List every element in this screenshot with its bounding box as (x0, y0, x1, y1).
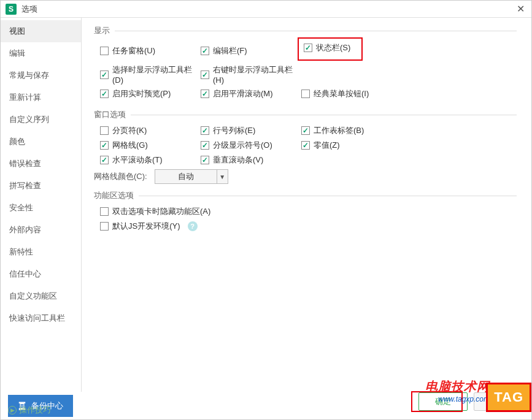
checkbox-item[interactable]: 选择时显示浮动工具栏(D) (100, 64, 201, 85)
checkbox-item[interactable]: 右键时显示浮动工具栏(H) (201, 64, 301, 85)
cancel-button[interactable]: 取消 (474, 392, 523, 411)
checkbox-item[interactable]: 网格线(G) (100, 140, 148, 151)
checkbox-item[interactable]: 经典菜单按钮(I) (301, 88, 369, 99)
body: 视图编辑常规与保存重新计算自定义序列颜色错误检查拼写检查安全性外部内容新特性信任… (1, 18, 531, 392)
titlebar: S 选项 ✕ (1, 1, 531, 18)
option-row: 网格线(G)分级显示符号(O)零值(Z) (94, 140, 517, 151)
sidebar-item[interactable]: 自定义功能区 (1, 285, 81, 307)
option-cell: 双击选项卡时隐藏功能区(A) (100, 206, 517, 217)
checkbox-item[interactable]: 分级显示符号(O) (201, 140, 272, 151)
option-cell: 分页符(K) (100, 125, 201, 136)
checkbox-item[interactable]: 行号列标(E) (201, 125, 255, 136)
checkbox-icon (301, 90, 310, 98)
option-cell: 任务窗格(U) (100, 41, 201, 61)
sidebar-item[interactable]: 快速访问工具栏 (1, 307, 81, 329)
dropdown-arrow-icon: ▼ (217, 170, 228, 183)
sidebar-item[interactable]: 拼写检查 (1, 175, 81, 197)
checkbox-item[interactable]: 工作表标签(B) (301, 125, 364, 136)
checkbox-item[interactable]: 零值(Z) (301, 140, 340, 151)
checkbox-label: 双击选项卡时隐藏功能区(A) (112, 206, 210, 217)
checkbox-item[interactable]: 任务窗格(U) (100, 45, 155, 56)
checkbox-icon (100, 222, 109, 231)
checkbox-icon (100, 47, 109, 55)
sidebar-item[interactable]: 常规与保存 (1, 64, 81, 86)
sidebar-item[interactable]: 错误检查 (1, 153, 81, 175)
checkbox-label: 选择时显示浮动工具栏(D) (112, 64, 201, 85)
checkbox-label: 分级显示符号(O) (213, 140, 272, 151)
checkbox-item[interactable]: 默认JS开发环境(Y)? (100, 221, 198, 232)
checkbox-icon (100, 207, 109, 216)
footer-buttons: 确定 取消 (418, 392, 523, 411)
app-icon: S (6, 4, 17, 15)
checkbox-item[interactable]: 垂直滚动条(V) (201, 155, 263, 166)
checkbox-icon (100, 156, 109, 164)
option-row: 选择时显示浮动工具栏(D)右键时显示浮动工具栏(H) (94, 64, 517, 85)
option-row: 双击选项卡时隐藏功能区(A) (94, 206, 517, 217)
option-cell: 状态栏(S) (301, 41, 492, 61)
sidebar-item[interactable]: 编辑 (1, 42, 81, 64)
checkbox-label: 任务窗格(U) (112, 45, 155, 56)
checkbox-label: 水平滚动条(T) (112, 155, 163, 166)
window-title: 选项 (21, 4, 514, 15)
option-cell: 编辑栏(F) (201, 41, 301, 61)
checkbox-icon (201, 47, 209, 55)
sidebar-item[interactable]: 信任中心 (1, 263, 81, 285)
tips-link[interactable]: ▶ 操作技巧 (8, 405, 51, 416)
legend-window: 窗口选项 (94, 109, 131, 120)
option-cell: 选择时显示浮动工具栏(D) (100, 64, 201, 85)
sidebar-item[interactable]: 新特性 (1, 241, 81, 263)
gridcolor-row: 网格线颜色(C): 自动 ▼ (94, 169, 517, 184)
checkbox-icon (301, 141, 310, 150)
checkbox-item[interactable]: 编辑栏(F) (201, 45, 247, 56)
tips-label: 操作技巧 (19, 405, 51, 416)
sidebar-item[interactable]: 重新计算 (1, 86, 81, 109)
checkbox-label: 编辑栏(F) (213, 45, 247, 56)
checkbox-item[interactable]: 启用实时预览(P) (100, 88, 171, 99)
checkbox-label: 网格线(G) (112, 140, 148, 151)
option-row: 启用实时预览(P)启用平滑滚动(M)经典菜单按钮(I) (94, 88, 517, 99)
checkbox-icon (301, 126, 310, 135)
option-cell: 经典菜单按钮(I) (301, 88, 492, 99)
sidebar-item[interactable]: 颜色 (1, 131, 81, 153)
option-cell: 启用平滑滚动(M) (201, 88, 301, 99)
option-cell (301, 64, 492, 85)
checkbox-icon (201, 90, 209, 98)
sidebar-item[interactable]: 视图 (1, 20, 81, 42)
section-ribbon: 功能区选项 双击选项卡时隐藏功能区(A)默认JS开发环境(Y)? (94, 190, 517, 235)
option-cell: 网格线(G) (100, 140, 201, 151)
highlight-box: 状态栏(S) (298, 37, 363, 61)
checkbox-item[interactable]: 状态栏(S) (304, 42, 350, 53)
sidebar: 视图编辑常规与保存重新计算自定义序列颜色错误检查拼写检查安全性外部内容新特性信任… (1, 18, 82, 392)
option-cell: 水平滚动条(T) (100, 155, 201, 166)
gridcolor-value: 自动 (155, 171, 217, 182)
content-pane: 显示 任务窗格(U)编辑栏(F)状态栏(S)选择时显示浮动工具栏(D)右键时显示… (82, 18, 531, 392)
option-row: 水平滚动条(T)垂直滚动条(V) (94, 155, 517, 166)
checkbox-label: 经典菜单按钮(I) (314, 88, 369, 99)
gridcolor-select[interactable]: 自动 ▼ (155, 169, 228, 184)
checkbox-label: 状态栏(S) (316, 42, 350, 53)
option-cell: 垂直滚动条(V) (201, 155, 301, 166)
option-cell: 零值(Z) (301, 140, 492, 151)
checkbox-label: 行号列标(E) (213, 125, 255, 136)
checkbox-icon (201, 71, 209, 79)
help-icon[interactable]: ? (188, 221, 198, 231)
option-cell: 行号列标(E) (201, 125, 301, 136)
checkbox-label: 启用平滑滚动(M) (213, 88, 273, 99)
sidebar-item[interactable]: 自定义序列 (1, 109, 81, 131)
checkbox-icon (100, 126, 109, 135)
checkbox-item[interactable]: 水平滚动条(T) (100, 155, 163, 166)
checkbox-icon (201, 141, 209, 150)
ok-button[interactable]: 确定 (418, 392, 468, 411)
checkbox-icon (201, 126, 209, 135)
option-cell: 右键时显示浮动工具栏(H) (201, 64, 301, 85)
checkbox-item[interactable]: 分页符(K) (100, 125, 147, 136)
sidebar-item[interactable]: 安全性 (1, 197, 81, 219)
close-button[interactable]: ✕ (514, 3, 526, 15)
sidebar-item[interactable]: 外部内容 (1, 219, 81, 241)
checkbox-item[interactable]: 双击选项卡时隐藏功能区(A) (100, 206, 210, 217)
checkbox-label: 零值(Z) (314, 140, 340, 151)
option-cell: 默认JS开发环境(Y)? (100, 221, 517, 232)
legend-display: 显示 (94, 25, 115, 36)
checkbox-item[interactable]: 启用平滑滚动(M) (201, 88, 273, 99)
option-cell (301, 155, 492, 166)
